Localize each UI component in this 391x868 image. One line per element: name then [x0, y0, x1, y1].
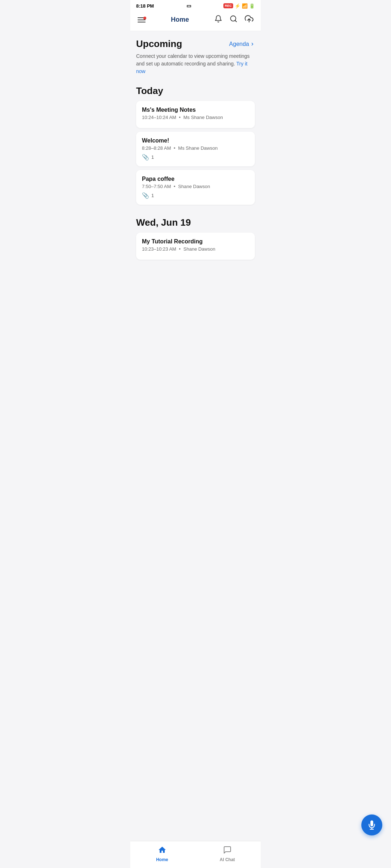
video-call-icon: ▭: [186, 3, 191, 9]
hamburger-line-3: [138, 22, 146, 22]
bluetooth-icon: ⚡: [235, 3, 240, 9]
upload-button[interactable]: [243, 13, 255, 26]
hamburger-line-2: [138, 20, 146, 20]
clip-icon-3: 📎: [142, 192, 149, 199]
status-bar: 8:18 PM ▭ REC ⚡ 📶 🔋: [130, 0, 261, 10]
card-3-footer: 📎 1: [142, 192, 249, 199]
card-2-badge: 1: [151, 154, 154, 160]
upcoming-description: Connect your calendar to view upcoming m…: [136, 52, 255, 75]
header-left: [136, 16, 147, 24]
battery-icon: 🔋: [249, 3, 255, 9]
recording-indicator: REC: [223, 3, 233, 8]
card-3-badge: 1: [151, 193, 154, 198]
upcoming-title: Upcoming: [136, 38, 182, 50]
upcoming-header: Upcoming Agenda: [136, 38, 255, 50]
status-icons: REC ⚡ 📶 🔋: [223, 3, 255, 9]
card-4-title: My Tutorial Recording: [142, 238, 249, 245]
main-content: Upcoming Agenda Connect your calendar to…: [130, 31, 261, 295]
menu-button[interactable]: [136, 16, 147, 24]
meeting-card-2[interactable]: Welcome! 8:28–8:28 AM • Ms Shane Dawson …: [136, 132, 255, 166]
wednesday-title: Wed, Jun 19: [136, 217, 255, 228]
svg-line-1: [235, 20, 236, 22]
today-title: Today: [136, 85, 255, 97]
header: Home: [130, 10, 261, 31]
meeting-card-3[interactable]: Papa coffee 7:50–7:50 AM • Shane Dawson …: [136, 170, 255, 205]
upcoming-section: Upcoming Agenda Connect your calendar to…: [130, 31, 261, 80]
clip-icon-2: 📎: [142, 154, 149, 161]
header-actions: [213, 13, 255, 26]
card-2-footer: 📎 1: [142, 154, 249, 161]
agenda-link[interactable]: Agenda: [229, 41, 255, 47]
card-2-meta: 8:28–8:28 AM • Ms Shane Dawson: [142, 145, 249, 151]
today-section: Today Ms's Meeting Notes 10:24–10:24 AM …: [130, 80, 261, 211]
notification-dot: [143, 17, 146, 20]
card-3-meta: 7:50–7:50 AM • Shane Dawson: [142, 184, 249, 189]
meeting-card-4[interactable]: My Tutorial Recording 10:23–10:23 AM • S…: [136, 233, 255, 260]
page-title: Home: [147, 16, 213, 24]
status-time: 8:18 PM: [136, 3, 154, 9]
wifi-icon: 📶: [242, 3, 248, 9]
card-1-title: Ms's Meeting Notes: [142, 107, 249, 113]
notifications-button[interactable]: [213, 13, 224, 26]
card-2-title: Welcome!: [142, 137, 249, 144]
card-4-meta: 10:23–10:23 AM • Shane Dawson: [142, 246, 249, 252]
card-3-title: Papa coffee: [142, 176, 249, 182]
card-1-meta: 10:24–10:24 AM • Ms Shane Dawson: [142, 115, 249, 120]
meeting-card-1[interactable]: Ms's Meeting Notes 10:24–10:24 AM • Ms S…: [136, 101, 255, 128]
search-button[interactable]: [228, 13, 239, 26]
wednesday-section: Wed, Jun 19 My Tutorial Recording 10:23–…: [130, 211, 261, 266]
